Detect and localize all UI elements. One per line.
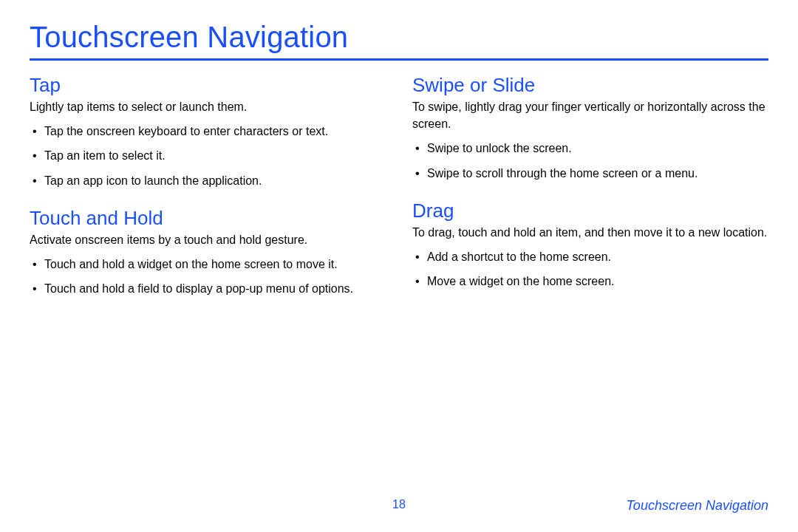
list-item: Add a shortcut to the home screen. (412, 248, 768, 265)
content-columns: Tap Lightly tap items to select or launc… (30, 68, 768, 315)
section-heading-tap: Tap (30, 74, 386, 97)
list-item: Tap an item to select it. (30, 147, 386, 164)
section-heading-touch-hold: Touch and Hold (30, 207, 386, 230)
section-intro: Lightly tap items to select or launch th… (30, 98, 386, 115)
list-item: Move a widget on the home screen. (412, 273, 768, 290)
section-heading-drag: Drag (412, 200, 768, 222)
list-item: Tap an app icon to launch the applicatio… (30, 172, 386, 189)
page-number: 18 (392, 498, 406, 511)
list-item: Touch and hold a field to display a pop-… (30, 280, 386, 297)
left-column: Tap Lightly tap items to select or launc… (30, 68, 386, 315)
bullet-list: Add a shortcut to the home screen. Move … (412, 248, 768, 290)
page-footer: 18 Touchscreen Navigation (0, 498, 798, 516)
list-item: Touch and hold a widget on the home scre… (30, 256, 386, 273)
bullet-list: Tap the onscreen keyboard to enter chara… (30, 123, 386, 189)
footer-section-label: Touchscreen Navigation (627, 498, 768, 514)
section-intro: To swipe, lightly drag your finger verti… (412, 98, 768, 132)
list-item: Tap the onscreen keyboard to enter chara… (30, 123, 386, 140)
bullet-list: Touch and hold a widget on the home scre… (30, 256, 386, 297)
page-title: Touchscreen Navigation (30, 21, 768, 58)
section-intro: To drag, touch and hold an item, and the… (412, 224, 768, 241)
list-item: Swipe to unlock the screen. (412, 140, 768, 157)
right-column: Swipe or Slide To swipe, lightly drag yo… (412, 68, 768, 315)
title-underline (30, 58, 768, 61)
bullet-list: Swipe to unlock the screen. Swipe to scr… (412, 140, 768, 181)
section-intro: Activate onscreen items by a touch and h… (30, 231, 386, 248)
section-heading-swipe: Swipe or Slide (412, 74, 768, 97)
list-item: Swipe to scroll through the home screen … (412, 165, 768, 182)
